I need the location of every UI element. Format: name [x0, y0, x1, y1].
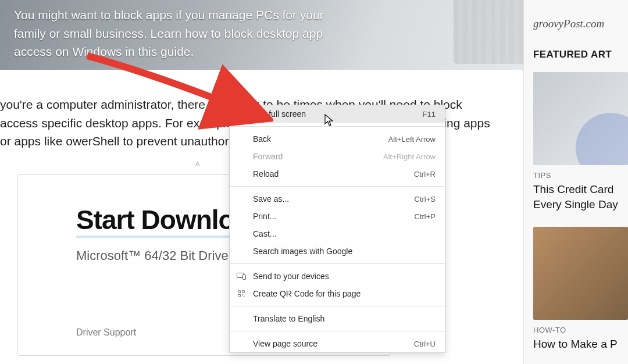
featured-category: TIPS: [533, 171, 628, 180]
featured-category: HOW-TO: [533, 326, 628, 334]
svg-rect-2: [238, 291, 241, 293]
menu-label: Reload: [253, 169, 414, 179]
menu-item-forward: ForwardAlt+Right Arrow: [230, 148, 445, 165]
menu-item-create-qr-code-for-this-page[interactable]: Create QR Code for this page: [230, 285, 445, 302]
menu-accelerator: Ctrl+U: [414, 340, 436, 348]
menu-separator: [230, 186, 445, 187]
menu-label: Send to your devices: [253, 272, 436, 281]
devices-icon: [237, 273, 246, 280]
menu-label: View page source: [253, 339, 414, 348]
menu-label: Forward: [253, 152, 383, 161]
menu-label: Exit full screen: [253, 109, 423, 119]
menu-label: Cast...: [253, 229, 436, 238]
menu-item-print[interactable]: Print...Ctrl+P: [230, 208, 445, 225]
featured-thumb: [533, 72, 628, 165]
context-menu: Exit full screenF11BackAlt+Left ArrowFor…: [229, 105, 445, 353]
svg-rect-6: [244, 296, 245, 297]
svg-rect-3: [242, 291, 245, 293]
menu-accelerator: Ctrl+R: [414, 170, 436, 179]
menu-item-view-page-source[interactable]: View page sourceCtrl+U: [230, 335, 445, 352]
menu-label: Search images with Google: [253, 247, 436, 256]
menu-item-search-images-with-google[interactable]: Search images with Google: [230, 242, 445, 260]
svg-rect-1: [243, 275, 246, 280]
featured-title[interactable]: This Credit Card Every Single Day: [533, 182, 628, 212]
featured-card[interactable]: TIPS This Credit Card Every Single Day: [533, 72, 628, 212]
menu-item-exit-full-screen[interactable]: Exit full screenF11: [230, 105, 445, 123]
hero-text: You might want to block apps if you mana…: [14, 6, 340, 61]
menu-separator: [230, 263, 445, 264]
menu-accelerator: Ctrl+S: [415, 195, 436, 204]
menu-label: Print...: [253, 212, 415, 221]
menu-label: Translate to English: [253, 314, 436, 323]
menu-label: Create QR Code for this page: [253, 289, 436, 298]
menu-item-send-to-your-devices[interactable]: Send to your devices: [230, 267, 445, 285]
menu-label: Save as...: [253, 194, 415, 204]
qr-icon: [237, 290, 246, 297]
featured-heading: FEATURED ART: [533, 49, 628, 60]
featured-card[interactable]: HOW-TO How to Make a P: [533, 227, 628, 352]
menu-item-back[interactable]: BackAlt+Left Arrow: [230, 130, 445, 148]
menu-label: Back: [253, 134, 388, 144]
menu-separator: [230, 126, 445, 127]
menu-accelerator: Alt+Left Arrow: [388, 135, 436, 144]
featured-thumb: [533, 227, 628, 320]
menu-item-reload[interactable]: ReloadCtrl+R: [230, 165, 445, 183]
menu-item-cast[interactable]: Cast...: [230, 225, 445, 242]
ad-headline[interactable]: Start Downloa: [76, 204, 248, 238]
sidebar: groovyPost.com FEATURED ART TIPS This Cr…: [523, 0, 628, 364]
menu-item-save-as[interactable]: Save as...Ctrl+S: [230, 190, 445, 208]
svg-rect-4: [238, 295, 241, 297]
menu-separator: [230, 331, 445, 331]
menu-item-translate-to-english[interactable]: Translate to English: [230, 310, 445, 327]
svg-rect-5: [242, 295, 244, 296]
svg-rect-0: [237, 273, 244, 278]
site-logo[interactable]: groovyPost.com: [533, 17, 628, 30]
featured-title[interactable]: How to Make a P: [533, 337, 628, 352]
menu-accelerator: F11: [423, 110, 436, 119]
menu-accelerator: Alt+Right Arrow: [383, 152, 436, 161]
menu-separator: [230, 306, 445, 306]
menu-accelerator: Ctrl+P: [415, 212, 436, 221]
